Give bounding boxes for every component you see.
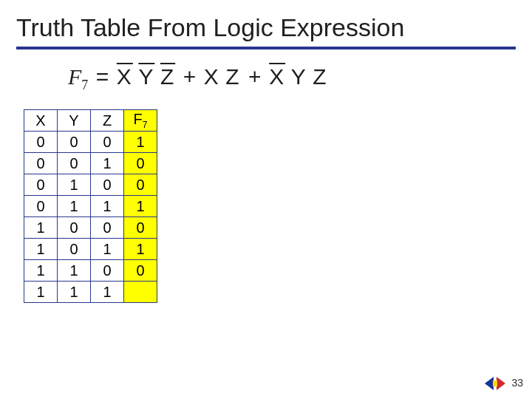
cell-f: 0 xyxy=(124,260,157,282)
cell-z: 1 xyxy=(91,153,124,174)
col-header-f: F7 xyxy=(124,110,157,132)
term3-xbar: X xyxy=(269,64,285,89)
table-row: 1 1 0 0 xyxy=(24,260,157,282)
cell-f: 1 xyxy=(124,196,157,217)
term1-ybar: Y xyxy=(138,64,154,89)
cell-x: 1 xyxy=(24,282,58,303)
equals: = xyxy=(94,64,112,89)
svg-marker-0 xyxy=(485,377,494,390)
cell-f: 1 xyxy=(124,132,157,153)
cell-y: 1 xyxy=(58,196,91,217)
table-row: 0 0 0 1 xyxy=(24,132,157,153)
term1-zbar: Z xyxy=(160,64,175,89)
truth-table: X Y Z F7 0 0 0 1 0 0 1 0 0 1 0 xyxy=(24,109,157,303)
cell-z: 0 xyxy=(91,217,124,239)
svg-marker-1 xyxy=(497,377,505,390)
term2-z: Z xyxy=(225,64,240,89)
cell-y: 0 xyxy=(58,153,91,174)
term2-x: X xyxy=(204,64,220,89)
table-row: 0 1 0 0 xyxy=(24,174,157,196)
cell-f xyxy=(124,282,157,303)
fn-subscript: 7 xyxy=(81,78,88,92)
table-row: 1 0 1 1 xyxy=(24,239,157,260)
col-header-z: Z xyxy=(91,110,124,132)
slide-title: Truth Table From Logic Expression xyxy=(16,13,516,42)
page-number: 33 xyxy=(511,377,523,389)
slide-logo-icon xyxy=(483,374,507,393)
cell-z: 1 xyxy=(91,196,124,217)
cell-f: 0 xyxy=(124,153,157,174)
cell-x: 1 xyxy=(24,239,58,260)
table-row: 0 1 1 1 xyxy=(24,196,157,217)
cell-y: 1 xyxy=(58,174,91,196)
cell-z: 0 xyxy=(91,174,124,196)
term1-xbar: X xyxy=(117,64,133,89)
cell-x: 0 xyxy=(24,153,58,174)
title-underline xyxy=(16,47,516,50)
table-row: 1 0 0 0 xyxy=(24,217,157,239)
cell-x: 0 xyxy=(24,132,58,153)
cell-f: 0 xyxy=(124,174,157,196)
term3-y: Y xyxy=(291,64,307,89)
cell-y: 1 xyxy=(58,282,91,303)
term3-z: Z xyxy=(313,64,327,89)
svg-rect-2 xyxy=(493,381,497,386)
cell-f: 0 xyxy=(124,217,157,239)
plus1: + xyxy=(181,64,199,89)
cell-x: 0 xyxy=(24,196,58,217)
table-row: 1 1 1 xyxy=(24,282,157,303)
col-header-y: Y xyxy=(58,110,91,132)
cell-x: 1 xyxy=(24,217,58,239)
cell-z: 1 xyxy=(91,239,124,260)
cell-x: 0 xyxy=(24,174,58,196)
slide: Truth Table From Logic Expression F7 = X… xyxy=(0,0,532,399)
table-row: 0 0 1 0 xyxy=(24,153,157,174)
logic-expression: F7 = X Y Z + X Z + X Y Z xyxy=(68,64,516,93)
fn-symbol: F xyxy=(68,64,81,89)
cell-z: 0 xyxy=(91,260,124,282)
cell-y: 0 xyxy=(58,132,91,153)
cell-z: 0 xyxy=(91,132,124,153)
cell-y: 0 xyxy=(58,239,91,260)
cell-f: 1 xyxy=(124,239,157,260)
table-header-row: X Y Z F7 xyxy=(24,110,157,132)
plus2: + xyxy=(246,64,264,89)
cell-y: 1 xyxy=(58,260,91,282)
cell-z: 1 xyxy=(91,282,124,303)
cell-x: 1 xyxy=(24,260,58,282)
col-header-x: X xyxy=(24,110,58,132)
cell-y: 0 xyxy=(58,217,91,239)
